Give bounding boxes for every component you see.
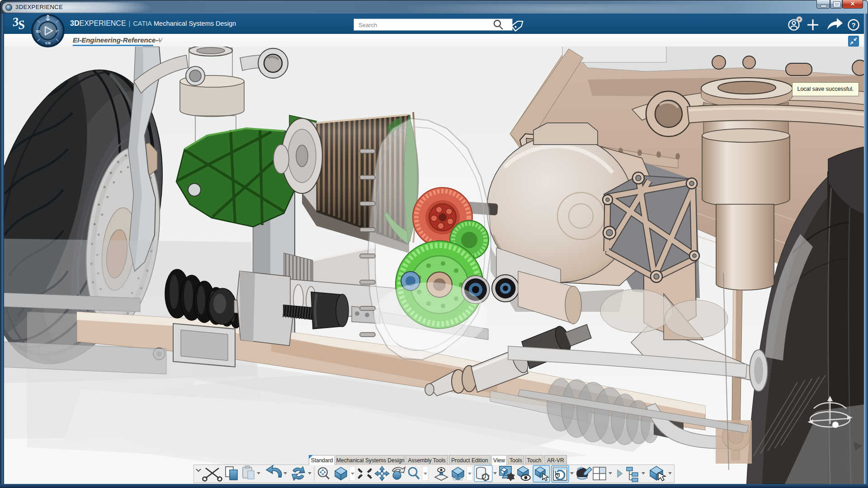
svg-text:3D: 3D <box>36 29 40 33</box>
svg-text:i²: i² <box>56 29 58 33</box>
svg-text:V.R: V.R <box>45 41 51 45</box>
svg-text:S: S <box>17 18 26 32</box>
svg-text:?: ? <box>851 21 855 29</box>
